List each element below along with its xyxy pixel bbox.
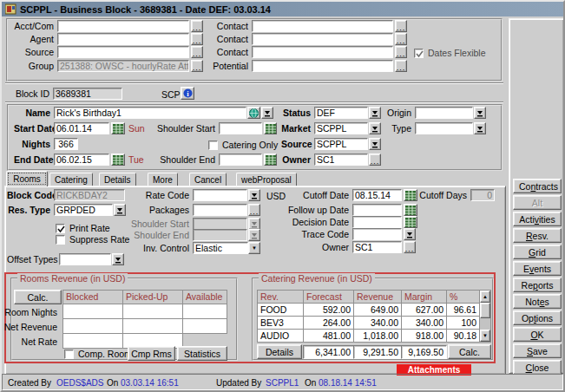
contact-field-2[interactable] xyxy=(252,33,393,45)
print-rate-checkbox[interactable] xyxy=(56,224,65,233)
rooms-revenue-cell[interactable] xyxy=(62,333,123,349)
packages-field[interactable] xyxy=(193,204,247,216)
tab-details[interactable]: Details xyxy=(99,173,136,186)
inv-control-arrow-button[interactable]: ▼ xyxy=(248,242,260,254)
shoulder-start-field[interactable] xyxy=(219,122,262,134)
catering-scrollbar[interactable]: ▲ ▼ xyxy=(479,290,491,343)
statistics-button[interactable]: Statistics xyxy=(177,346,227,361)
rooms-revenue-cell[interactable] xyxy=(182,318,227,334)
res-type-field[interactable]: GRPDED xyxy=(54,204,113,216)
suppress-rate-checkbox[interactable] xyxy=(56,235,65,245)
decision-date-calendar-button[interactable] xyxy=(404,216,417,228)
catering-calc-button[interactable]: Calc. xyxy=(448,344,491,359)
rooms-revenue-cell[interactable] xyxy=(62,304,123,319)
rooms-revenue-calc-button[interactable]: Calc. xyxy=(14,290,62,304)
origin-dropdown-button[interactable] xyxy=(474,107,486,119)
catering-only-checkbox[interactable] xyxy=(208,140,218,150)
tab-cancel[interactable]: Cancel xyxy=(189,173,227,186)
follow-up-date-calendar-button[interactable] xyxy=(404,204,417,216)
property-info-button[interactable]: i xyxy=(181,87,194,100)
catering-details-button[interactable]: Details xyxy=(257,344,302,359)
contact-field-3[interactable] xyxy=(252,46,393,58)
save-button[interactable]: Save xyxy=(513,343,562,358)
cutoff-date-field[interactable]: 08.15.14 xyxy=(352,189,402,201)
source2-dropdown-button[interactable] xyxy=(369,138,381,150)
rooms-owner-field[interactable]: SC1 xyxy=(352,241,402,253)
end-day-label: Tue xyxy=(128,154,144,165)
cmp-rms-button[interactable]: Cmp Rms xyxy=(128,346,175,361)
agent-field[interactable] xyxy=(57,33,189,45)
market-dropdown-button[interactable] xyxy=(369,122,381,134)
trace-code-dropdown-button[interactable] xyxy=(404,228,416,240)
tab-catering[interactable]: Catering xyxy=(49,173,93,186)
scroll-up-button[interactable]: ▲ xyxy=(480,291,490,303)
contact-lookup-button-1[interactable]: ... xyxy=(395,20,407,32)
comp-rooms-checkbox[interactable] xyxy=(64,350,74,359)
contact-field-1[interactable] xyxy=(252,20,393,32)
reports-button[interactable]: Reports xyxy=(513,278,562,292)
end-date-field[interactable]: 06.02.15 xyxy=(54,154,109,166)
grid-button[interactable]: Grid xyxy=(513,245,562,259)
status-dropdown-button[interactable] xyxy=(369,107,381,119)
rooms-owner-lookup-button[interactable]: ... xyxy=(404,241,416,253)
type-dropdown-button[interactable] xyxy=(474,122,486,134)
rooms-revenue-cell[interactable] xyxy=(182,304,227,319)
scroll-down-button[interactable]: ▼ xyxy=(480,330,490,342)
offset-types-field[interactable] xyxy=(59,253,111,265)
options-button[interactable]: Options xyxy=(513,310,562,325)
shoulder-end-calendar-button[interactable] xyxy=(264,154,277,166)
offset-types-dropdown-button[interactable] xyxy=(112,253,124,265)
contact-lookup-button-2[interactable]: ... xyxy=(395,33,407,45)
source-field[interactable] xyxy=(57,46,189,58)
ok-button[interactable]: OK xyxy=(513,327,562,342)
shoulder-end-field[interactable] xyxy=(219,154,262,166)
market-field[interactable]: SCPPL xyxy=(314,122,368,134)
translate-button[interactable] xyxy=(247,107,260,119)
rooms-revenue-cell[interactable] xyxy=(122,304,183,319)
tab-webproposal[interactable]: webProposal xyxy=(236,173,297,186)
group-field[interactable]: 251388: OWSC - hourlyRate Attribute xyxy=(57,60,189,72)
trace-code-field[interactable] xyxy=(352,228,402,240)
name-dropdown-button[interactable] xyxy=(261,107,273,119)
block-code-field[interactable]: RICKBDAY2 xyxy=(54,189,125,201)
rooms-revenue-cell[interactable] xyxy=(62,318,123,334)
scrollbar-thumb[interactable] xyxy=(480,303,490,318)
decision-date-field[interactable] xyxy=(352,216,402,228)
packages-lookup-button[interactable]: ... xyxy=(248,204,260,216)
source2-field[interactable]: SCPPL xyxy=(314,138,368,150)
dates-flexible-checkbox[interactable] xyxy=(414,49,424,58)
nights-label: Nights xyxy=(14,139,54,149)
name-field[interactable]: Rick's Birthday1 xyxy=(54,107,246,119)
status-field[interactable]: DEF xyxy=(314,107,368,119)
contact-label-1: Contact xyxy=(200,21,252,31)
start-date-calendar-button[interactable] xyxy=(111,122,125,134)
follow-up-date-field[interactable] xyxy=(352,204,402,216)
owner-field[interactable]: SC1 xyxy=(314,154,368,166)
contact-lookup-button-3[interactable]: ... xyxy=(395,46,407,58)
notes-button[interactable]: Notes xyxy=(513,294,562,309)
type-field[interactable] xyxy=(415,122,473,134)
activities-button[interactable]: Activities xyxy=(513,212,562,226)
rate-code-field[interactable] xyxy=(193,189,247,201)
potential-lookup-button[interactable]: ... xyxy=(395,60,407,72)
inv-control-select[interactable]: Elastic xyxy=(193,242,248,254)
acct-com-field[interactable] xyxy=(57,20,189,32)
cutoff-date-calendar-button[interactable] xyxy=(404,189,417,201)
offset-types-label: Offset Types xyxy=(7,254,59,265)
rate-code-dropdown-button[interactable] xyxy=(248,189,260,201)
shoulder-start-calendar-button[interactable] xyxy=(264,122,277,134)
tab-rooms[interactable]: Rooms xyxy=(6,171,48,186)
resv-button[interactable]: Resv. xyxy=(513,228,562,243)
events-button[interactable]: Events xyxy=(513,261,562,276)
tab-more[interactable]: More xyxy=(148,173,178,186)
updated-by-label: Updated By xyxy=(216,378,261,388)
owner-lookup-button[interactable]: ... xyxy=(369,154,381,166)
contracts-button[interactable]: Contracts xyxy=(513,179,562,193)
origin-field[interactable] xyxy=(415,107,473,119)
start-date-field[interactable]: 06.01.14 xyxy=(54,122,109,134)
nights-field[interactable]: 366 xyxy=(54,138,78,150)
rooms-revenue-cell[interactable] xyxy=(122,318,183,334)
end-date-calendar-button[interactable] xyxy=(111,154,125,166)
close-button[interactable]: Close xyxy=(513,360,562,375)
potential-field[interactable] xyxy=(252,60,393,72)
